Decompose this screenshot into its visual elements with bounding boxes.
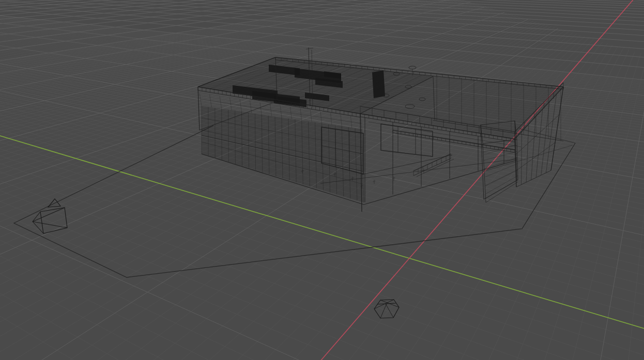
viewport-3d[interactable]	[0, 0, 644, 360]
viewport-canvas[interactable]	[0, 0, 644, 360]
